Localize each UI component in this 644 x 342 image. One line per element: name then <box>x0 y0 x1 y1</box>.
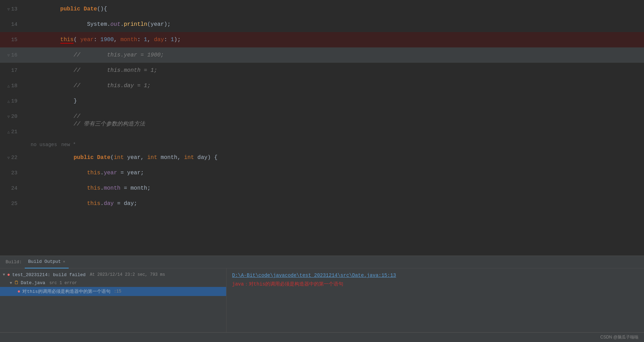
build-output-tab[interactable]: Build Output × <box>25 256 69 268</box>
status-bar: CSDN @脑瓜子嗡嗡 <box>0 332 644 342</box>
build-tree-panel: ▼ ● test_20231214: build failed At 2023/… <box>0 268 227 332</box>
editor-area: ▽ 13 public Date(){ 14 System.out.printl… <box>0 0 644 256</box>
build-file-text: Date.java <box>21 280 45 286</box>
line-number-16: 16 <box>11 52 17 58</box>
build-group-text: test_20231214: build failed <box>12 272 86 278</box>
fold-icon-19[interactable]: △ <box>7 99 10 104</box>
build-error-detail: :15 <box>114 289 122 294</box>
fold-icon-16[interactable]: ▽ <box>7 53 10 58</box>
expand-arrow-file: ▼ <box>10 281 12 285</box>
bottom-tabs-bar: Build: Build Output × <box>0 256 644 268</box>
expand-arrow-group: ▼ <box>3 273 5 277</box>
fold-icon-21[interactable]: △ <box>7 130 10 134</box>
error-file-link[interactable]: D:\A-Bit\code\javacode\test_20231214\src… <box>232 273 396 278</box>
code-container: ▽ 13 public Date(){ 14 System.out.printl… <box>0 0 644 256</box>
line-number-20: 20 <box>11 114 17 120</box>
build-error-text: 对this的调用必须是构造器中的第一个语句 <box>22 288 110 295</box>
error-this-keyword: 对this的调用必须是构造器中的第一个语句 <box>249 281 344 287</box>
fold-icon-18[interactable]: △ <box>7 84 10 88</box>
build-file-row[interactable]: ▼ 🗒 Date.java src 1 error <box>0 279 226 287</box>
line-number-24: 24 <box>11 185 17 191</box>
gutter-14: 14 <box>0 22 21 28</box>
error-java-label: java： <box>232 281 249 287</box>
fold-icon-22[interactable]: ▽ <box>7 155 10 160</box>
code-line-25: 25 this.day = day; <box>0 196 644 211</box>
gutter-21: △ 21 <box>0 129 21 135</box>
line-number-18: 18 <box>11 83 17 89</box>
bottom-content: ▼ ● test_20231214: build failed At 2023/… <box>0 268 644 332</box>
build-output-tab-label: Build Output <box>28 259 61 264</box>
bottom-panel: Build: Build Output × ▼ ● test_20231214:… <box>0 256 644 332</box>
line-number-15: 15 <box>11 37 17 43</box>
line-number-13: 13 <box>11 6 17 12</box>
gutter-17: 17 <box>0 68 21 74</box>
error-link-line: D:\A-Bit\code\javacode\test_20231214\src… <box>232 273 638 278</box>
build-group-row[interactable]: ▼ ● test_20231214: build failed At 2023/… <box>0 271 226 279</box>
error-icon-item: ● <box>17 289 20 294</box>
gutter-24: 24 <box>0 185 21 191</box>
build-file-detail: src 1 error <box>49 281 77 286</box>
build-error-item[interactable]: ● 对this的调用必须是构造器中的第一个语句 :15 <box>0 287 226 296</box>
fold-icon-13[interactable]: ▽ <box>7 7 10 12</box>
build-label: Build: <box>3 256 25 268</box>
line-number-14: 14 <box>11 22 17 28</box>
error-icon-group: ● <box>7 272 10 278</box>
line-number-17: 17 <box>11 68 17 74</box>
fold-icon-20[interactable]: ▽ <box>7 114 10 119</box>
gutter-15: 15 <box>0 37 21 43</box>
line-number-23: 23 <box>11 170 17 176</box>
gutter-22: ▽ 22 <box>0 155 21 161</box>
gutter-19: △ 19 <box>0 98 21 104</box>
error-description: java：对this的调用必须是构造器中的第一个语句 <box>232 281 638 287</box>
gutter-18: △ 18 <box>0 83 21 89</box>
file-icon: 🗒 <box>14 280 19 286</box>
gutter-23: 23 <box>0 170 21 176</box>
line-number-25: 25 <box>11 201 17 207</box>
build-group-detail: At 2023/12/14 23:2 sec, 793 ms <box>90 272 165 277</box>
gutter-20: ▽ 20 <box>0 114 21 120</box>
status-text: CSDN @脑瓜子嗡嗡 <box>600 334 638 340</box>
gutter-13: ▽ 13 <box>0 6 21 12</box>
build-output-tab-close[interactable]: × <box>63 260 65 264</box>
build-error-detail-panel: D:\A-Bit\code\javacode\test_20231214\src… <box>227 268 644 332</box>
gutter-25: 25 <box>0 201 21 207</box>
code-content-25[interactable]: this.day = day; <box>31 181 644 227</box>
line-number-19: 19 <box>11 98 17 104</box>
gutter-16: ▽ 16 <box>0 52 21 58</box>
line-number-21: 21 <box>11 129 17 135</box>
line-number-22: 22 <box>11 155 17 161</box>
